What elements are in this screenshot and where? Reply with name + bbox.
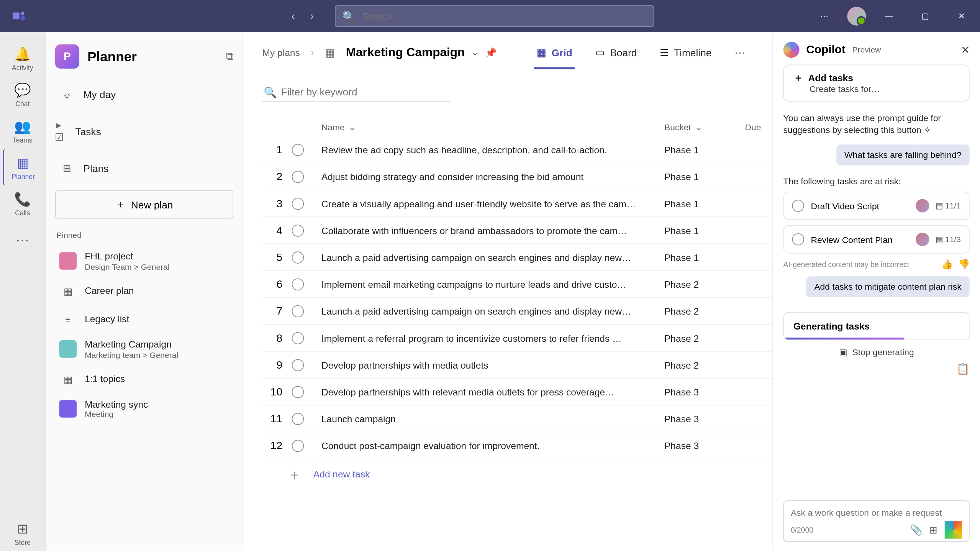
risk-task-card[interactable]: Review Content Plan ▤11/3 — [783, 226, 970, 254]
popout-icon[interactable]: ⧉ — [226, 51, 233, 63]
task-checkbox[interactable] — [292, 144, 304, 156]
task-row[interactable]: 2 Adjust bidding strategy and consider i… — [262, 163, 772, 190]
generating-label: Generating tasks — [793, 321, 959, 332]
pinned-item[interactable]: Marketing syncMeeting — [55, 393, 233, 425]
task-checkbox[interactable] — [292, 439, 304, 452]
pinned-item[interactable]: FHL projectDesign Team > General — [55, 246, 233, 277]
my-day-nav[interactable]: ☼ My day — [55, 81, 233, 108]
task-checkbox[interactable] — [292, 305, 304, 317]
assignee-avatar — [916, 199, 929, 213]
minimize-button[interactable]: — — [875, 5, 902, 27]
task-row[interactable]: 9 Develop partnerships with media outlet… — [262, 352, 772, 379]
add-task-button[interactable]: ＋ Add new task — [262, 459, 772, 489]
bucket-value: Phase 1 — [664, 252, 699, 262]
col-due-header[interactable]: Due — [745, 122, 772, 132]
rail-item-more[interactable]: ⋯ — [2, 222, 43, 258]
task-row[interactable]: 3 Create a visually appealing and user-f… — [262, 190, 772, 217]
send-button[interactable] — [945, 521, 962, 539]
close-button[interactable]: ✕ — [948, 5, 975, 27]
filter-input[interactable] — [262, 82, 450, 102]
task-checkbox[interactable] — [292, 278, 304, 290]
task-checkbox[interactable] — [292, 332, 304, 344]
plan-name[interactable]: Marketing Campaign — [346, 45, 465, 59]
rail-item-chat[interactable]: 💬Chat — [2, 77, 43, 113]
task-row[interactable]: 6 Implement email marketing campaigns to… — [262, 271, 772, 298]
view-more-button[interactable]: ⋯ — [734, 46, 745, 59]
task-checkbox[interactable] — [792, 200, 804, 212]
tasks-nav[interactable]: ▸ ☑ Tasks — [55, 111, 233, 151]
svg-rect-0 — [13, 12, 20, 19]
task-row[interactable]: 8 Implement a referral program to incent… — [262, 325, 772, 352]
prompt-guide-text: You can always use the prompt guide for … — [783, 112, 970, 137]
add-tasks-sub: Create tasks for… — [810, 84, 959, 94]
stop-generating-button[interactable]: ▣ Stop generating — [783, 347, 970, 357]
chevron-icon: ▸ ☑ — [52, 119, 66, 143]
task-checkbox[interactable] — [292, 224, 304, 236]
task-row[interactable]: 1 Review the ad copy such as headline, d… — [262, 136, 772, 163]
rail-item-calls[interactable]: 📞Calls — [2, 185, 43, 222]
task-row[interactable]: 7 Launch a paid advertising campaign on … — [262, 298, 772, 325]
store-button[interactable]: ⊞ Store — [2, 515, 43, 551]
pin-icon[interactable]: 📌 — [485, 47, 497, 58]
task-checkbox[interactable] — [292, 359, 304, 371]
search-input[interactable] — [362, 11, 647, 21]
task-checkbox[interactable] — [292, 197, 304, 210]
plans-nav[interactable]: ⊞ Plans — [55, 154, 233, 182]
task-checkbox[interactable] — [292, 171, 304, 183]
maximize-button[interactable]: ▢ — [912, 5, 939, 27]
bucket-value: Phase 3 — [664, 440, 699, 451]
thumbs-up-button[interactable]: 👍 — [941, 259, 953, 270]
copilot-logo-icon — [783, 42, 800, 58]
task-name: Develop partnerships with media outlets — [321, 359, 488, 370]
pinned-item[interactable]: ≡Legacy list — [55, 305, 233, 333]
view-tab-timeline[interactable]: ☰Timeline — [657, 36, 714, 69]
chevron-down-icon[interactable]: ⌄ — [472, 48, 479, 57]
copilot-input[interactable] — [791, 508, 962, 518]
col-name-header[interactable]: Name ⌄ — [321, 122, 664, 132]
pinned-item[interactable]: ▦1:1 topics — [55, 365, 233, 393]
user-message: What tasks are falling behind? — [836, 145, 970, 166]
col-bucket-header[interactable]: Bucket ⌄ — [664, 122, 745, 132]
task-row[interactable]: 12 Conduct post-campaign evaluation for … — [262, 432, 772, 459]
planner-title: Planner — [87, 49, 137, 64]
task-row[interactable]: 10 Develop partnerships with relevant me… — [262, 379, 772, 405]
close-copilot-button[interactable]: ✕ — [961, 43, 970, 56]
more-icon: ⋯ — [16, 232, 29, 248]
user-avatar[interactable] — [847, 7, 866, 26]
task-row[interactable]: 5 Launch a paid advertising campaign on … — [262, 244, 772, 271]
pinned-item[interactable]: Marketing CampaignMarketing team > Gener… — [55, 333, 233, 365]
task-checkbox[interactable] — [292, 251, 304, 263]
list-icon: ≡ — [59, 310, 77, 328]
plan-icon — [59, 400, 77, 418]
attach-icon[interactable]: 📎 — [910, 524, 923, 536]
clipboard-icon[interactable]: 📋 — [956, 363, 970, 376]
task-name: Create a visually appealing and user-fri… — [321, 198, 636, 209]
more-options-button[interactable]: ⋯ — [811, 5, 838, 27]
new-plan-button[interactable]: ＋ New plan — [55, 190, 233, 219]
thumbs-down-button[interactable]: 👎 — [958, 259, 970, 270]
global-search[interactable]: 🔍 — [335, 5, 654, 27]
add-tasks-suggestion[interactable]: ＋Add tasks Create tasks for… — [783, 64, 970, 102]
task-checkbox[interactable] — [292, 413, 304, 425]
breadcrumb-my-plans[interactable]: My plans — [262, 47, 300, 58]
grid-icon: ⊞ — [61, 162, 74, 174]
risk-task-card[interactable]: Draft Video Script ▤11/1 — [783, 192, 970, 220]
pinned-item[interactable]: ▦Career plan — [55, 277, 233, 305]
nav-forward-button[interactable]: › — [303, 7, 321, 26]
store-icon: ⊞ — [17, 520, 28, 536]
task-checkbox[interactable] — [792, 234, 804, 246]
progress-bar — [784, 338, 904, 340]
rail-item-activity[interactable]: 🔔Activity — [2, 40, 43, 77]
svg-rect-2 — [21, 16, 25, 20]
activity-icon: 🔔 — [14, 46, 31, 62]
task-row[interactable]: 4 Collaborate with influencers or brand … — [262, 217, 772, 244]
nav-back-button[interactable]: ‹ — [284, 7, 303, 26]
rail-item-planner[interactable]: ▦Planner — [2, 149, 43, 186]
view-tab-grid[interactable]: ▦Grid — [534, 36, 575, 69]
rail-item-teams[interactable]: 👥Teams — [2, 113, 43, 149]
task-checkbox[interactable] — [292, 385, 304, 398]
view-tab-board[interactable]: ▭Board — [593, 36, 640, 69]
task-row[interactable]: 11 Launch campaign Phase 3 — [262, 405, 772, 432]
planner-icon: ▦ — [17, 155, 29, 171]
grid-icon[interactable]: ⊞ — [929, 524, 938, 536]
